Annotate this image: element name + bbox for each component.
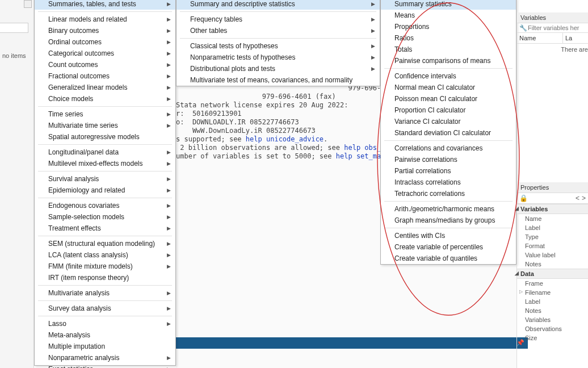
chevron-right-icon: ▶ — [167, 73, 171, 79]
menu-item[interactable]: Poisson mean CI calculator — [381, 93, 516, 104]
menu-item[interactable]: Frequency tables▶ — [177, 14, 380, 25]
menu-item[interactable]: Totals — [381, 44, 516, 55]
menu-item[interactable]: Ratios — [381, 32, 516, 44]
menu-item[interactable]: Proportions — [381, 21, 516, 32]
menu-item[interactable]: Ordinal outcomes▶ — [35, 36, 175, 48]
variables-columns: Name La — [517, 33, 588, 44]
menu-item[interactable]: Other tables▶ — [177, 25, 380, 36]
menu-item[interactable]: Partial correlations — [381, 165, 516, 177]
menu-item[interactable]: Exact statistics▶ — [35, 363, 175, 368]
help-link-unicode[interactable]: help unicode_advice — [246, 135, 324, 143]
col-name[interactable]: Name — [517, 33, 563, 43]
chevron-right-icon: ▶ — [167, 241, 171, 246]
menu-item[interactable]: SEM (structural equation modeling)▶ — [35, 238, 175, 249]
chevron-right-icon: ▶ — [167, 85, 171, 90]
menu-item[interactable]: Create variable of percentiles — [381, 241, 516, 253]
chevron-right-icon: ▶ — [167, 264, 171, 269]
statistics-menu[interactable]: Summaries, tables, and tests▶Linear mode… — [34, 0, 176, 366]
menu-item[interactable]: Arith./geometric/harmonic means — [381, 203, 516, 215]
menu-item[interactable]: Nonparametric analysis▶ — [35, 352, 175, 363]
filter-icon[interactable]: 🔧 — [519, 24, 526, 31]
menu-item[interactable]: Survey data analysis▶ — [35, 303, 175, 314]
menu-item[interactable]: Categorical outcomes▶ — [35, 48, 175, 59]
menu-item[interactable]: Intraclass correlations — [381, 177, 516, 188]
menu-item[interactable]: Endogenous covariates▶ — [35, 200, 175, 211]
menu-item[interactable]: Graph means/medians by groups — [381, 215, 516, 226]
menu-item[interactable]: Treatment effects▶ — [35, 223, 175, 234]
menu-item[interactable]: Multiple imputation — [35, 341, 175, 352]
menu-item[interactable]: Choice models▶ — [35, 93, 175, 104]
filter-variables-input[interactable] — [528, 24, 586, 31]
summaries-submenu[interactable]: Summary and descriptive statistics▶Frequ… — [176, 0, 380, 86]
chevron-right-icon: ▶ — [167, 187, 171, 193]
chevron-right-icon: ▶ — [167, 149, 171, 155]
property-row: Format — [517, 241, 588, 250]
menu-item[interactable]: Variance CI calculator — [381, 116, 516, 127]
menu-item[interactable]: Pairwise correlations — [381, 154, 516, 165]
menu-item[interactable]: Sample-selection models▶ — [35, 211, 175, 223]
menu-item[interactable]: FMM (finite mixture models)▶ — [35, 261, 175, 272]
menu-item[interactable]: Survival analysis▶ — [35, 173, 175, 185]
menu-item[interactable]: Normal mean CI calculator — [381, 82, 516, 93]
menu-item[interactable]: Means — [381, 10, 516, 21]
menu-item[interactable]: Epidemiology and related▶ — [35, 185, 175, 196]
menu-item[interactable]: Tetrachoric correlations — [381, 188, 516, 199]
menu-item[interactable]: Fractional outcomes▶ — [35, 70, 175, 82]
prev-icon[interactable]: < — [576, 194, 579, 202]
toolbar-icon[interactable] — [24, 0, 32, 8]
menu-item[interactable]: Time series▶ — [35, 108, 175, 120]
menu-item[interactable]: Pairwise comparisons of means — [381, 55, 516, 66]
menu-item[interactable]: Meta-analysis — [35, 329, 175, 341]
chevron-right-icon: ▶ — [167, 161, 171, 166]
command-bar[interactable]: 📌 — [176, 337, 528, 349]
menu-item[interactable]: Longitudinal/panel data▶ — [35, 147, 175, 158]
menu-item[interactable]: Proportion CI calculator — [381, 104, 516, 116]
chevron-right-icon: ▶ — [371, 28, 375, 34]
next-icon[interactable]: > — [582, 194, 586, 202]
menu-item[interactable]: Correlations and covariances — [381, 143, 516, 154]
property-row: Observations — [517, 324, 588, 333]
menu-item[interactable]: LCA (latent class analysis)▶ — [35, 249, 175, 261]
menu-item[interactable]: Linear models and related▶ — [35, 14, 175, 25]
lock-icon[interactable]: 🔒 — [519, 194, 528, 202]
menu-item[interactable]: Generalized linear models▶ — [35, 82, 175, 93]
menu-item[interactable]: Spatial autoregressive models — [35, 131, 175, 143]
menu-item[interactable]: Multivariate analysis▶ — [35, 287, 175, 299]
properties-header: Properties — [517, 182, 588, 193]
chevron-right-icon: ▶ — [371, 43, 375, 49]
menu-item[interactable]: Multilevel mixed-effects models▶ — [35, 158, 175, 169]
chevron-right-icon: ▶ — [167, 62, 171, 68]
menu-item[interactable]: Centiles with CIs — [381, 230, 516, 241]
menu-item[interactable]: Binary outcomes▶ — [35, 25, 175, 36]
variables-header: Variables — [517, 12, 588, 23]
menu-item[interactable]: Create variable of quantiles — [381, 253, 516, 264]
section-variables[interactable]: ◢Variables — [517, 204, 588, 214]
chevron-right-icon: ▶ — [167, 123, 171, 128]
property-row: Label — [517, 297, 588, 306]
menu-item[interactable]: Standard deviation CI calculator — [381, 127, 516, 139]
col-la[interactable]: La — [563, 33, 588, 43]
menu-item[interactable]: Multivariate test of means, covariances,… — [177, 74, 380, 86]
property-row: Name — [517, 214, 588, 223]
property-row: Frame — [517, 279, 588, 288]
chevron-right-icon: ▶ — [167, 39, 171, 45]
section-data[interactable]: ◢Data — [517, 269, 588, 279]
chevron-right-icon: ▶ — [167, 290, 171, 296]
menu-item[interactable]: Summaries, tables, and tests▶ — [35, 0, 175, 10]
menu-item[interactable]: Count outcomes▶ — [35, 59, 175, 70]
chevron-right-icon: ▶ — [167, 214, 171, 220]
chevron-right-icon: ▶ — [167, 96, 171, 102]
property-row: Type — [517, 232, 588, 241]
menu-item[interactable]: Distributional plots and tests▶ — [177, 63, 380, 74]
menu-item[interactable]: Nonparametric tests of hypotheses▶ — [177, 52, 380, 63]
menu-item[interactable]: IRT (item response theory) — [35, 272, 175, 283]
summary-descriptive-submenu[interactable]: Summary statisticsMeansProportionsRatios… — [380, 0, 516, 265]
filter-input[interactable] — [0, 23, 28, 33]
menu-item[interactable]: Summary statistics — [381, 0, 516, 10]
menu-item[interactable]: Classical tests of hypotheses▶ — [177, 40, 380, 52]
menu-item[interactable]: Lasso▶ — [35, 318, 175, 329]
menu-item[interactable]: Summary and descriptive statistics▶ — [177, 0, 380, 10]
menu-item[interactable]: Multivariate time series▶ — [35, 120, 175, 131]
menu-item[interactable]: Confidence intervals — [381, 70, 516, 82]
property-row: Notes — [517, 306, 588, 315]
